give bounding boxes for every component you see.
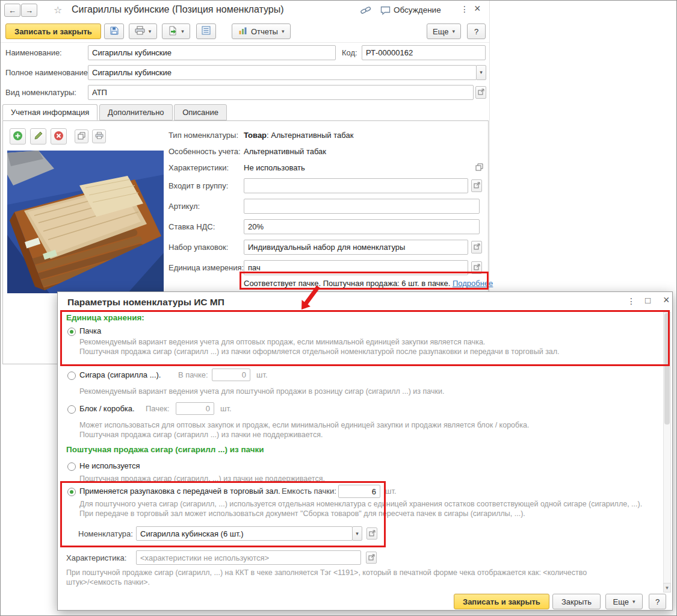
packs-open-button[interactable] bbox=[471, 241, 482, 254]
dialog-more-button[interactable]: Еще ▾ bbox=[605, 594, 643, 609]
packs-input[interactable] bbox=[244, 240, 468, 255]
help-button[interactable]: ? bbox=[467, 23, 486, 39]
dialog-help-button[interactable]: ? bbox=[649, 594, 666, 609]
vat-input[interactable] bbox=[244, 219, 480, 234]
more-button[interactable]: Еще ▾ bbox=[427, 23, 461, 39]
characteristics-open-icon[interactable] bbox=[475, 163, 483, 173]
kind-open-button[interactable] bbox=[475, 86, 486, 99]
unit-open-button[interactable] bbox=[471, 261, 482, 274]
add-image-button[interactable] bbox=[10, 128, 26, 145]
nomenclature-label: Номенклатура: bbox=[78, 529, 133, 538]
radio-box-label[interactable]: Блок / коробка. bbox=[79, 404, 135, 413]
chart-icon bbox=[238, 26, 247, 37]
dialog-close-button[interactable]: Закрыть bbox=[552, 594, 601, 609]
group-open-button[interactable] bbox=[471, 179, 482, 192]
box-qty-label: Пачек: bbox=[146, 404, 170, 413]
group-input[interactable] bbox=[244, 178, 468, 193]
type-value: Товар: Альтернативный табак bbox=[244, 131, 353, 140]
nomenclature-dropdown-button[interactable]: ▾ bbox=[352, 526, 362, 541]
discussion-link[interactable]: Обсуждение bbox=[394, 5, 441, 14]
forward-button[interactable]: → bbox=[21, 4, 37, 17]
characteristic-input[interactable] bbox=[136, 550, 361, 565]
back-icon: ← bbox=[8, 6, 16, 15]
open-icon bbox=[369, 529, 376, 538]
packs-label: Набор упаковок: bbox=[168, 243, 228, 252]
name-input[interactable] bbox=[88, 45, 336, 60]
cigar-qty-unit: шт. bbox=[256, 370, 268, 379]
type-label: Тип номенклатуры: bbox=[168, 131, 238, 140]
radio-cigar[interactable] bbox=[67, 372, 76, 380]
tab-bar: Учетная информация Дополнительно Описани… bbox=[2, 104, 226, 121]
windows-icon bbox=[78, 132, 85, 142]
radio-not-used-label[interactable]: Не используется bbox=[79, 461, 140, 470]
full-name-label: Полное наименование: bbox=[5, 68, 90, 77]
pencil-icon bbox=[34, 131, 43, 142]
radio-pack[interactable] bbox=[67, 328, 76, 336]
radio-cigar-label[interactable]: Сигара (сигарилла ...). bbox=[79, 370, 161, 379]
product-photo[interactable] bbox=[7, 151, 164, 293]
edit-image-button[interactable] bbox=[30, 128, 46, 145]
unit-label: Единица измерения: bbox=[168, 263, 244, 272]
dialog-kebab-icon[interactable]: ⋮ bbox=[627, 296, 635, 306]
nomenclature-input[interactable] bbox=[136, 526, 353, 541]
dialog-maximize-icon[interactable]: □ bbox=[645, 295, 651, 305]
chevron-down-icon: ▾ bbox=[480, 70, 483, 75]
link-icon[interactable] bbox=[360, 6, 371, 16]
radio-cigar-desc: Рекомендуемый вариант ведения учета для … bbox=[79, 387, 663, 397]
chevron-down-icon: ▾ bbox=[282, 29, 285, 34]
name-label: Наименование: bbox=[5, 48, 62, 57]
kebab-menu-icon[interactable]: ⋮ bbox=[460, 4, 469, 14]
document-arrow-icon bbox=[168, 26, 178, 37]
radio-pack-desc: Рекомендуемый вариант ведения учета для … bbox=[79, 338, 663, 356]
plus-icon bbox=[13, 131, 23, 143]
radio-unpack-label[interactable]: Применяется разупаковка с передачей в то… bbox=[79, 487, 280, 496]
dialog-save-close-button[interactable]: Записать и закрыть bbox=[454, 594, 549, 609]
radio-box[interactable] bbox=[67, 405, 76, 414]
radio-unpack[interactable] bbox=[67, 488, 76, 496]
toolbar-separator bbox=[1, 42, 489, 43]
reports-button[interactable]: Отчеты ▾ bbox=[232, 23, 291, 39]
open-image-button[interactable] bbox=[75, 129, 88, 143]
save-close-button[interactable]: Записать и закрыть bbox=[5, 23, 101, 39]
print-image-button[interactable] bbox=[92, 129, 106, 143]
full-name-input[interactable] bbox=[88, 65, 477, 80]
save-button[interactable] bbox=[104, 23, 124, 39]
unit-input[interactable] bbox=[244, 260, 468, 275]
scrollbar-down-button[interactable]: ▼ bbox=[663, 583, 671, 593]
cigar-qty-label: В пачке: bbox=[178, 370, 208, 379]
delete-image-button[interactable] bbox=[51, 128, 67, 145]
open-icon bbox=[474, 181, 480, 190]
favorite-star-icon[interactable]: ☆ bbox=[54, 4, 62, 16]
scrollbar-thumb[interactable] bbox=[664, 313, 670, 425]
feature-label: Особенность учета: bbox=[168, 147, 241, 156]
cigar-qty-input[interactable] bbox=[212, 369, 250, 381]
close-window-icon[interactable]: × bbox=[474, 2, 481, 15]
code-label: Код: bbox=[342, 48, 357, 57]
details-link[interactable]: Подробнее bbox=[453, 279, 493, 288]
full-name-dropdown-button[interactable]: ▾ bbox=[476, 65, 486, 80]
back-button[interactable]: ← bbox=[4, 4, 20, 17]
tab-accounting-info[interactable]: Учетная информация bbox=[2, 104, 97, 120]
dialog-close-icon[interactable]: × bbox=[663, 294, 670, 306]
code-input[interactable] bbox=[362, 45, 486, 60]
kind-input[interactable] bbox=[88, 85, 474, 100]
tab-additional[interactable]: Дополнительно bbox=[99, 104, 173, 120]
list-button[interactable] bbox=[196, 23, 216, 39]
characteristic-label: Характеристика: bbox=[66, 553, 126, 562]
piece-sale-header: Поштучная продажа сигар (сигарилл ...) и… bbox=[66, 445, 264, 454]
capacity-label: Емкость пачки: bbox=[282, 487, 336, 496]
nomenclature-open-button[interactable] bbox=[366, 527, 377, 540]
capacity-input[interactable] bbox=[338, 485, 380, 498]
radio-box-desc: Может использоваться для оптовых закупок… bbox=[79, 421, 663, 440]
characteristic-open-button[interactable] bbox=[366, 552, 377, 564]
create-based-on-button[interactable]: ▾ bbox=[162, 23, 190, 39]
article-input[interactable] bbox=[244, 199, 480, 214]
box-qty-input[interactable] bbox=[176, 402, 214, 415]
tab-description[interactable]: Описание bbox=[174, 104, 227, 120]
chevron-down-icon: ▾ bbox=[149, 29, 152, 34]
radio-not-used[interactable] bbox=[67, 462, 76, 471]
radio-unpack-desc: Для поштучного учета сигар (сигарилл, ..… bbox=[79, 500, 672, 518]
radio-pack-label[interactable]: Пачка bbox=[79, 326, 101, 335]
print-button[interactable]: ▾ bbox=[129, 23, 157, 39]
characteristics-value: Не использовать bbox=[244, 163, 305, 172]
